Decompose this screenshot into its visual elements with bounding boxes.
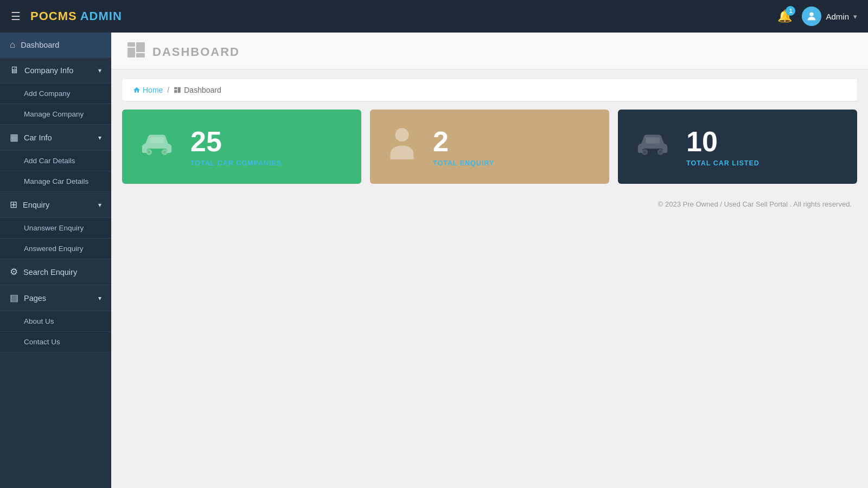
stat-card-listed: 10 TOTAL CAR LISTED [618, 110, 857, 184]
gear-icon: ⚙ [10, 266, 18, 278]
svg-rect-12 [150, 137, 164, 143]
notification-bell[interactable]: 🔔 1 [777, 9, 792, 23]
add-company-label: Add Company [24, 89, 71, 98]
breadcrumb-home-label: Home [143, 86, 163, 94]
home-icon: ⌂ [10, 40, 15, 50]
sidebar-item-search-enquiry[interactable]: ⚙ Search Enquiry [0, 259, 111, 285]
sidebar-item-dashboard[interactable]: ⌂ Dashboard [0, 33, 111, 58]
svg-point-16 [643, 151, 646, 153]
manage-car-details-label: Manage Car Details [24, 177, 88, 185]
person-icon [387, 126, 417, 168]
manage-company-label: Manage Company [24, 110, 84, 118]
page-header: DASHBOARD [111, 33, 868, 69]
footer: © 2023 Pre Owned / Used Car Sell Portal … [111, 184, 868, 214]
breadcrumb-current: Dashboard [174, 86, 221, 94]
breadcrumb-home[interactable]: Home [133, 86, 163, 94]
footer-text: © 2023 Pre Owned / Used Car Sell Portal … [658, 200, 852, 208]
sidebar-item-add-car-details[interactable]: Add Car Details [0, 151, 111, 171]
stat-number-companies: 25 [190, 126, 282, 157]
about-us-label: About Us [24, 317, 54, 325]
chevron-down-icon: ▾ [853, 12, 857, 21]
user-name: Admin [826, 12, 849, 21]
svg-point-13 [395, 128, 409, 142]
svg-point-11 [163, 151, 166, 153]
chevron-down-icon: ▾ [98, 294, 101, 302]
sidebar-search-enquiry-label: Search Enquiry [23, 268, 77, 277]
svg-point-0 [810, 12, 814, 16]
logo-pocms: POCMS [30, 9, 77, 23]
svg-rect-3 [136, 42, 145, 52]
grid-icon: ⊞ [10, 199, 17, 210]
sidebar-item-manage-car-details[interactable]: Manage Car Details [0, 171, 111, 192]
sidebar-item-manage-company[interactable]: Manage Company [0, 104, 111, 125]
stat-card-enquiry: 2 TOTAL ENQUIRY [370, 110, 609, 184]
body-wrap: ⌂ Dashboard 🖥 Company Info ▾ Add Company… [0, 33, 868, 488]
breadcrumb-current-label: Dashboard [184, 86, 221, 94]
list-icon: ▦ [10, 132, 18, 143]
topnav-right: 🔔 1 Admin ▾ [777, 7, 857, 26]
logo-admin: ADMIN [80, 9, 122, 23]
unanswer-enquiry-label: Unanswer Enquiry [24, 224, 84, 232]
svg-rect-2 [127, 48, 135, 57]
sidebar: ⌂ Dashboard 🖥 Company Info ▾ Add Company… [0, 33, 111, 488]
main-content: DASHBOARD Home / Dashboard [111, 33, 868, 488]
sidebar-item-enquiry[interactable]: ⊞ Enquiry ▾ [0, 192, 111, 218]
stat-card-companies: 25 TOTAL CAR COMPANIES [122, 110, 361, 184]
contact-us-label: Contact Us [24, 338, 60, 346]
stat-card-enquiry-info: 2 TOTAL ENQUIRY [433, 126, 494, 167]
hamburger-icon[interactable]: ☰ [11, 10, 21, 23]
svg-point-10 [148, 151, 150, 153]
stat-number-listed: 10 [686, 126, 760, 157]
sidebar-item-about-us[interactable]: About Us [0, 311, 111, 332]
breadcrumb-separator: / [167, 86, 169, 94]
answered-enquiry-label: Answered Enquiry [24, 245, 84, 253]
monitor-icon: 🖥 [10, 65, 19, 76]
stat-card-listed-info: 10 TOTAL CAR LISTED [686, 126, 760, 167]
sidebar-item-add-company[interactable]: Add Company [0, 84, 111, 104]
logo: POCMS ADMIN [30, 9, 122, 23]
svg-rect-6 [174, 90, 177, 93]
avatar [802, 7, 821, 26]
svg-rect-7 [178, 87, 181, 93]
sidebar-dashboard-label: Dashboard [21, 41, 59, 49]
stat-card-companies-info: 25 TOTAL CAR COMPANIES [190, 126, 282, 167]
stat-number-enquiry: 2 [433, 126, 494, 157]
pages-icon: ▤ [10, 292, 18, 304]
sidebar-item-pages[interactable]: ▤ Pages ▾ [0, 285, 111, 311]
chevron-down-icon: ▾ [98, 134, 101, 142]
sidebar-enquiry-label: Enquiry [23, 201, 49, 209]
stat-cards-row: 25 TOTAL CAR COMPANIES 2 TOTAL ENQUIRY [122, 110, 857, 184]
stat-label-listed: TOTAL CAR LISTED [686, 159, 760, 167]
sidebar-item-company-info[interactable]: 🖥 Company Info ▾ [0, 58, 111, 84]
sidebar-pages-label: Pages [24, 294, 46, 303]
sidebar-item-unanswer-enquiry[interactable]: Unanswer Enquiry [0, 218, 111, 239]
stat-label-companies: TOTAL CAR COMPANIES [190, 159, 282, 167]
sidebar-item-car-info[interactable]: ▦ Car Info ▾ [0, 125, 111, 151]
breadcrumb: Home / Dashboard [122, 79, 857, 101]
chevron-down-icon: ▾ [98, 67, 101, 74]
sidebar-car-info-label: Car Info [24, 133, 52, 142]
svg-rect-5 [174, 87, 177, 89]
topnav: ☰ POCMS ADMIN 🔔 1 Admin ▾ [0, 0, 868, 33]
svg-rect-4 [136, 53, 145, 57]
add-car-details-label: Add Car Details [24, 157, 75, 165]
car-listed-icon [635, 126, 670, 168]
stat-label-enquiry: TOTAL ENQUIRY [433, 159, 494, 167]
dashboard-header-icon [127, 42, 145, 61]
svg-rect-1 [127, 42, 135, 47]
svg-point-17 [659, 151, 662, 153]
user-menu[interactable]: Admin ▾ [802, 7, 857, 26]
sidebar-item-contact-us[interactable]: Contact Us [0, 332, 111, 352]
sidebar-item-answered-enquiry[interactable]: Answered Enquiry [0, 239, 111, 259]
chevron-down-icon: ▾ [98, 201, 101, 209]
page-title: DASHBOARD [152, 45, 240, 59]
sidebar-company-info-label: Company Info [24, 66, 73, 75]
notification-badge: 1 [786, 6, 795, 16]
topnav-left: ☰ POCMS ADMIN [11, 9, 122, 23]
svg-rect-18 [646, 137, 660, 143]
car-icon [139, 126, 174, 168]
